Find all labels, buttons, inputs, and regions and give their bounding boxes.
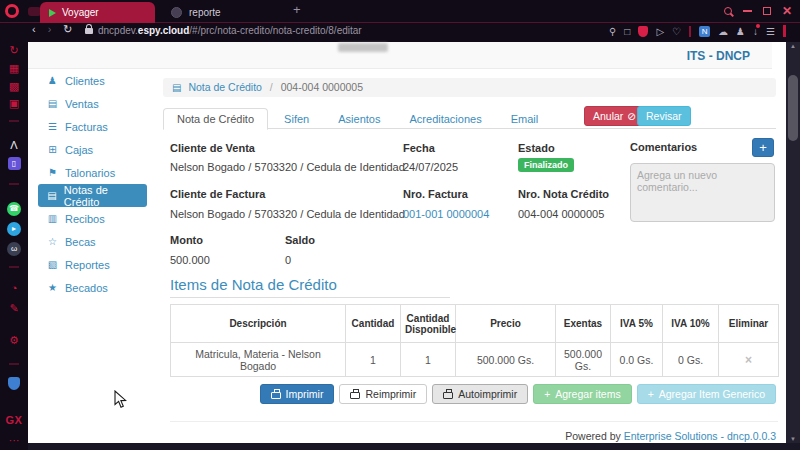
sidebar-item-becados[interactable]: ★ Becados — [38, 276, 147, 299]
search-icon[interactable] — [724, 7, 732, 15]
printer-icon — [350, 392, 360, 399]
url-subdomain: dncpdev. — [98, 25, 138, 36]
sidebar-item-label: Becas — [65, 236, 96, 248]
heart-icon[interactable]: ♡ — [672, 26, 681, 37]
gx-logo: GX — [0, 414, 28, 426]
reports-icon: ▧ — [46, 259, 59, 270]
scrollbar-thumb[interactable] — [788, 75, 798, 141]
revisar-button[interactable]: Revisar — [637, 106, 691, 126]
page-scrollbar[interactable]: ▲ ▼ — [786, 42, 800, 443]
box-icon[interactable]: ▣ — [0, 97, 28, 110]
back-icon[interactable]: ‹ — [32, 23, 36, 36]
close-icon[interactable]: ✕ — [782, 6, 792, 16]
sidebar-item-clientes[interactable]: ♟ Clientes — [38, 69, 147, 92]
delete-x-icon[interactable]: × — [745, 353, 752, 367]
breadcrumb-separator: / — [270, 81, 273, 93]
graduate-star-icon: ★ — [46, 282, 59, 293]
new-tab-button[interactable]: + — [293, 2, 301, 17]
sidebar-item-label: Talonarios — [65, 167, 115, 179]
invoices-list-icon: ☰ — [46, 121, 59, 132]
extension-cloud-icon[interactable]: ☁ — [718, 26, 728, 37]
forward-icon[interactable]: › — [48, 23, 52, 36]
nro-factura-value: 001-001 0000004 — [403, 208, 489, 220]
fecha-label: Fecha — [403, 142, 435, 154]
sidebar-item-recibos[interactable]: ▥ Recibos — [38, 207, 147, 230]
play-favicon-icon — [49, 9, 56, 17]
settings-gear-icon[interactable]: ⚙ — [0, 334, 28, 347]
tab-acreditaciones[interactable]: Acreditaciones — [397, 109, 495, 129]
add-comment-button[interactable]: + — [752, 138, 774, 157]
assistant-icon[interactable]: Λ — [0, 139, 28, 151]
credit-note-file-icon: ▤ — [46, 190, 58, 201]
discord-icon[interactable]: ω — [0, 242, 28, 256]
pin-icon[interactable]: ⚲ — [609, 26, 616, 37]
nro-nota-label: Nro. Nota Crédito — [518, 188, 609, 200]
cell-precio: 500.000 Gs. — [456, 343, 556, 377]
lock-icon — [85, 28, 93, 34]
more-dots-icon[interactable]: ··· — [0, 434, 28, 446]
sidebar-item-label: Notas de Crédito — [64, 184, 139, 208]
divider — [689, 26, 691, 37]
autoimprimir-button[interactable]: Autoimprimir — [432, 384, 528, 404]
anular-button[interactable]: Anular ⊘ — [584, 106, 645, 126]
cashbox-icon: ⊞ — [46, 144, 59, 155]
sidebar-item-becas[interactable]: ☆ Becas — [38, 230, 147, 253]
tab-strip: Voyager reporte + ✕ — [0, 0, 800, 23]
maximize-icon[interactable] — [763, 7, 771, 15]
shield-extension-icon[interactable] — [0, 377, 28, 390]
tab-asientos[interactable]: Asientos — [325, 109, 393, 129]
pencil-icon[interactable]: ✎ — [0, 302, 28, 315]
sidebar-item-facturas[interactable]: ☰ Facturas — [38, 115, 147, 138]
grid-icon[interactable]: ▩ — [0, 80, 28, 93]
breadcrumb-link[interactable]: Nota de Crédito — [188, 81, 262, 93]
sidebar-toggle-bar[interactable] — [783, 25, 786, 37]
screen: Voyager reporte + ✕ ‹ › ↻ dncpdev.espy.c… — [0, 0, 800, 450]
browser-chrome: Voyager reporte + ✕ ‹ › ↻ dncpdev.espy.c… — [0, 0, 800, 42]
whatsapp-icon[interactable]: ☎ — [0, 202, 28, 216]
twitch-icon[interactable]: ▯ — [0, 157, 28, 170]
extension-blue-icon[interactable]: N — [699, 26, 710, 37]
cell-cantidad: 1 — [346, 343, 401, 377]
flow-play-icon[interactable]: ▷ — [656, 26, 664, 37]
agregar-item-generico-button[interactable]: + Agregar Item Generico — [637, 384, 776, 404]
browser-tab-voyager[interactable]: Voyager — [40, 2, 155, 23]
history-clock-icon[interactable]: ◔ — [0, 282, 28, 294]
divider — [9, 183, 19, 185]
sidebar-item-notas-de-credito[interactable]: ▤ Notas de Crédito — [38, 184, 147, 207]
comments-label: Comentarios — [630, 141, 697, 153]
tab-nota-de-credito[interactable]: Nota de Crédito — [163, 108, 268, 130]
scroll-down-icon[interactable]: ▼ — [786, 436, 800, 442]
sidebar-item-cajas[interactable]: ⊞ Cajas — [38, 138, 147, 161]
footer-link[interactable]: Enterprise Solutions - dncp.0.0.3 — [624, 430, 776, 442]
imprimir-button[interactable]: Imprimir — [260, 384, 335, 404]
sidebar-item-reportes[interactable]: ▧ Reportes — [38, 253, 147, 276]
menu-icon[interactable]: ☰ — [766, 26, 775, 37]
comment-input[interactable] — [630, 163, 775, 222]
sidebar-item-ventas[interactable]: ▤ Ventas — [38, 92, 147, 115]
download-icon[interactable]: ↓ — [753, 26, 758, 37]
browser-tab-reporte[interactable]: reporte — [163, 2, 229, 23]
star-outline-icon: ☆ — [46, 236, 59, 247]
telegram-icon[interactable]: ▸ — [0, 222, 28, 236]
reimprimir-button[interactable]: Reimprimir — [339, 384, 427, 404]
nro-factura-link[interactable]: 001-001 0000004 — [403, 208, 489, 220]
scroll-up-icon[interactable]: ▲ — [786, 43, 800, 49]
web-page: ITS - DNCP ♟ Clientes ▤ Ventas ☰ Factura… — [28, 42, 786, 443]
vpn-shield-icon[interactable] — [638, 26, 648, 37]
tab-email[interactable]: Email — [498, 109, 552, 129]
reload-icon[interactable]: ↻ — [63, 23, 72, 36]
breadcrumb-file-icon: ▤ — [172, 82, 181, 93]
profile-icon[interactable]: ♟ — [736, 26, 745, 37]
tab-preview-icon[interactable]: □ — [624, 26, 630, 37]
opera-logo-icon[interactable] — [5, 4, 19, 18]
detail-tabs: Nota de Crédito Sifen Asientos Acreditac… — [163, 108, 776, 129]
goggles-icon[interactable]: ▦ — [0, 62, 28, 75]
sync-icon[interactable]: ↻ — [0, 44, 28, 57]
button-label: Imprimir — [286, 388, 324, 400]
url-text[interactable]: dncpdev.espy.cloud/#/prc/nota-credito/no… — [98, 25, 362, 36]
minimize-icon[interactable] — [743, 10, 752, 12]
agregar-items-button[interactable]: + Agregar items — [533, 384, 632, 404]
sidebar-item-talonarios[interactable]: ⚑ Talonarios — [38, 161, 147, 184]
sidebar-item-label: Clientes — [65, 75, 105, 87]
tab-sifen[interactable]: Sifen — [271, 109, 322, 129]
